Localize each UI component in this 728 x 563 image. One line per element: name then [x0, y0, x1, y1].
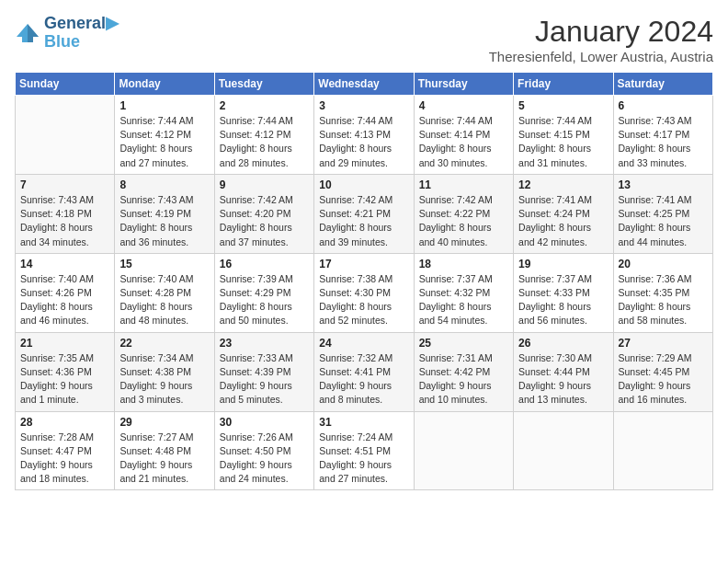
- day-number: 12: [518, 178, 608, 191]
- day-detail: Sunrise: 7:24 AMSunset: 4:51 PMDaylight:…: [319, 431, 408, 487]
- calendar-cell: 2Sunrise: 7:44 AMSunset: 4:12 PMDaylight…: [214, 96, 313, 175]
- day-number: 19: [518, 258, 608, 270]
- day-number: 10: [319, 178, 408, 191]
- day-detail: Sunrise: 7:44 AMSunset: 4:12 PMDaylight:…: [119, 114, 209, 170]
- calendar-cell: 7Sunrise: 7:43 AMSunset: 4:18 PMDaylight…: [16, 174, 115, 253]
- calendar-cell: [414, 411, 513, 490]
- day-detail: Sunrise: 7:37 AMSunset: 4:33 PMDaylight:…: [518, 272, 608, 328]
- calendar-cell: 11Sunrise: 7:42 AMSunset: 4:22 PMDayligh…: [414, 174, 513, 253]
- calendar-cell: 13Sunrise: 7:41 AMSunset: 4:25 PMDayligh…: [613, 174, 712, 253]
- day-detail: Sunrise: 7:26 AMSunset: 4:50 PMDaylight:…: [220, 431, 309, 487]
- calendar-cell: 29Sunrise: 7:27 AMSunset: 4:48 PMDayligh…: [115, 411, 214, 490]
- day-detail: Sunrise: 7:35 AMSunset: 4:36 PMDaylight:…: [20, 351, 109, 408]
- weekday-header: Thursday: [414, 73, 513, 96]
- day-number: 15: [119, 258, 209, 270]
- day-detail: Sunrise: 7:39 AMSunset: 4:29 PMDaylight:…: [220, 272, 309, 328]
- day-detail: Sunrise: 7:42 AMSunset: 4:21 PMDaylight:…: [319, 193, 408, 249]
- day-number: 31: [319, 416, 408, 429]
- day-number: 26: [518, 337, 608, 350]
- calendar-cell: 14Sunrise: 7:40 AMSunset: 4:26 PMDayligh…: [16, 253, 115, 332]
- day-number: 18: [419, 258, 508, 270]
- day-detail: Sunrise: 7:32 AMSunset: 4:41 PMDaylight:…: [319, 351, 408, 408]
- calendar-week-row: 21Sunrise: 7:35 AMSunset: 4:36 PMDayligh…: [16, 332, 713, 411]
- calendar-cell: 27Sunrise: 7:29 AMSunset: 4:45 PMDayligh…: [613, 332, 712, 411]
- calendar-cell: 23Sunrise: 7:33 AMSunset: 4:39 PMDayligh…: [214, 332, 313, 411]
- day-detail: Sunrise: 7:34 AMSunset: 4:38 PMDaylight:…: [119, 351, 209, 408]
- weekday-header: Sunday: [16, 73, 115, 96]
- calendar-cell: 31Sunrise: 7:24 AMSunset: 4:51 PMDayligh…: [314, 411, 414, 490]
- day-number: 5: [518, 99, 608, 112]
- day-detail: Sunrise: 7:44 AMSunset: 4:15 PMDaylight:…: [518, 114, 608, 170]
- day-number: 8: [119, 178, 209, 191]
- day-detail: Sunrise: 7:43 AMSunset: 4:17 PMDaylight:…: [619, 114, 708, 170]
- day-number: 20: [619, 258, 708, 270]
- calendar-cell: 6Sunrise: 7:43 AMSunset: 4:17 PMDaylight…: [613, 96, 712, 175]
- calendar-cell: 3Sunrise: 7:44 AMSunset: 4:13 PMDaylight…: [314, 96, 414, 175]
- weekday-header: Wednesday: [314, 73, 414, 96]
- calendar-cell: [16, 96, 115, 175]
- calendar-table: SundayMondayTuesdayWednesdayThursdayFrid…: [15, 72, 713, 490]
- calendar-cell: 16Sunrise: 7:39 AMSunset: 4:29 PMDayligh…: [214, 253, 313, 332]
- title-block: January 2024 Theresienfeld, Lower Austri…: [489, 15, 713, 64]
- calendar-cell: [514, 411, 613, 490]
- day-detail: Sunrise: 7:27 AMSunset: 4:48 PMDaylight:…: [119, 431, 209, 487]
- logo: General▶ Blue: [15, 15, 119, 52]
- day-number: 6: [619, 99, 708, 112]
- day-number: 30: [220, 416, 309, 429]
- calendar-cell: 9Sunrise: 7:42 AMSunset: 4:20 PMDaylight…: [214, 174, 313, 253]
- day-number: 24: [319, 337, 408, 350]
- day-detail: Sunrise: 7:36 AMSunset: 4:35 PMDaylight:…: [619, 272, 708, 328]
- day-number: 23: [220, 337, 309, 350]
- calendar-cell: 17Sunrise: 7:38 AMSunset: 4:30 PMDayligh…: [314, 253, 414, 332]
- calendar-header-row: SundayMondayTuesdayWednesdayThursdayFrid…: [16, 73, 713, 96]
- calendar-cell: 28Sunrise: 7:28 AMSunset: 4:47 PMDayligh…: [16, 411, 115, 490]
- day-detail: Sunrise: 7:38 AMSunset: 4:30 PMDaylight:…: [319, 272, 408, 328]
- day-number: 4: [419, 99, 508, 112]
- calendar-cell: 5Sunrise: 7:44 AMSunset: 4:15 PMDaylight…: [514, 96, 613, 175]
- day-number: 3: [319, 99, 408, 112]
- day-number: 14: [20, 258, 109, 270]
- calendar-cell: 10Sunrise: 7:42 AMSunset: 4:21 PMDayligh…: [314, 174, 414, 253]
- svg-marker-1: [28, 24, 39, 42]
- calendar-cell: 22Sunrise: 7:34 AMSunset: 4:38 PMDayligh…: [115, 332, 214, 411]
- calendar-cell: 26Sunrise: 7:30 AMSunset: 4:44 PMDayligh…: [514, 332, 613, 411]
- calendar-title: January 2024: [489, 15, 713, 49]
- calendar-cell: 18Sunrise: 7:37 AMSunset: 4:32 PMDayligh…: [414, 253, 513, 332]
- day-detail: Sunrise: 7:44 AMSunset: 4:13 PMDaylight:…: [319, 114, 408, 170]
- day-detail: Sunrise: 7:29 AMSunset: 4:45 PMDaylight:…: [619, 351, 708, 408]
- day-number: 25: [419, 337, 508, 350]
- day-detail: Sunrise: 7:43 AMSunset: 4:18 PMDaylight:…: [20, 193, 109, 249]
- day-number: 11: [419, 178, 508, 191]
- calendar-cell: 20Sunrise: 7:36 AMSunset: 4:35 PMDayligh…: [613, 253, 712, 332]
- calendar-cell: 21Sunrise: 7:35 AMSunset: 4:36 PMDayligh…: [16, 332, 115, 411]
- calendar-cell: 15Sunrise: 7:40 AMSunset: 4:28 PMDayligh…: [115, 253, 214, 332]
- day-number: 27: [619, 337, 708, 350]
- day-number: 1: [119, 99, 209, 112]
- calendar-cell: [613, 411, 712, 490]
- day-number: 22: [119, 337, 209, 350]
- day-detail: Sunrise: 7:44 AMSunset: 4:12 PMDaylight:…: [220, 114, 309, 170]
- day-detail: Sunrise: 7:41 AMSunset: 4:25 PMDaylight:…: [619, 193, 708, 249]
- day-number: 17: [319, 258, 408, 270]
- calendar-cell: 8Sunrise: 7:43 AMSunset: 4:19 PMDaylight…: [115, 174, 214, 253]
- calendar-week-row: 1Sunrise: 7:44 AMSunset: 4:12 PMDaylight…: [16, 96, 713, 175]
- calendar-subtitle: Theresienfeld, Lower Austria, Austria: [489, 49, 713, 64]
- day-detail: Sunrise: 7:33 AMSunset: 4:39 PMDaylight:…: [220, 351, 309, 408]
- calendar-cell: 30Sunrise: 7:26 AMSunset: 4:50 PMDayligh…: [214, 411, 313, 490]
- day-number: 2: [220, 99, 309, 112]
- calendar-cell: 19Sunrise: 7:37 AMSunset: 4:33 PMDayligh…: [514, 253, 613, 332]
- day-detail: Sunrise: 7:44 AMSunset: 4:14 PMDaylight:…: [419, 114, 508, 170]
- logo-text: General▶ Blue: [44, 15, 119, 52]
- day-detail: Sunrise: 7:30 AMSunset: 4:44 PMDaylight:…: [518, 351, 608, 408]
- calendar-cell: 25Sunrise: 7:31 AMSunset: 4:42 PMDayligh…: [414, 332, 513, 411]
- day-detail: Sunrise: 7:40 AMSunset: 4:26 PMDaylight:…: [20, 272, 109, 328]
- day-number: 16: [220, 258, 309, 270]
- weekday-header: Tuesday: [214, 73, 313, 96]
- calendar-cell: 4Sunrise: 7:44 AMSunset: 4:14 PMDaylight…: [414, 96, 513, 175]
- weekday-header: Monday: [115, 73, 214, 96]
- day-detail: Sunrise: 7:41 AMSunset: 4:24 PMDaylight:…: [518, 193, 608, 249]
- calendar-cell: 1Sunrise: 7:44 AMSunset: 4:12 PMDaylight…: [115, 96, 214, 175]
- day-number: 28: [20, 416, 109, 429]
- day-detail: Sunrise: 7:37 AMSunset: 4:32 PMDaylight:…: [419, 272, 508, 328]
- calendar-week-row: 7Sunrise: 7:43 AMSunset: 4:18 PMDaylight…: [16, 174, 713, 253]
